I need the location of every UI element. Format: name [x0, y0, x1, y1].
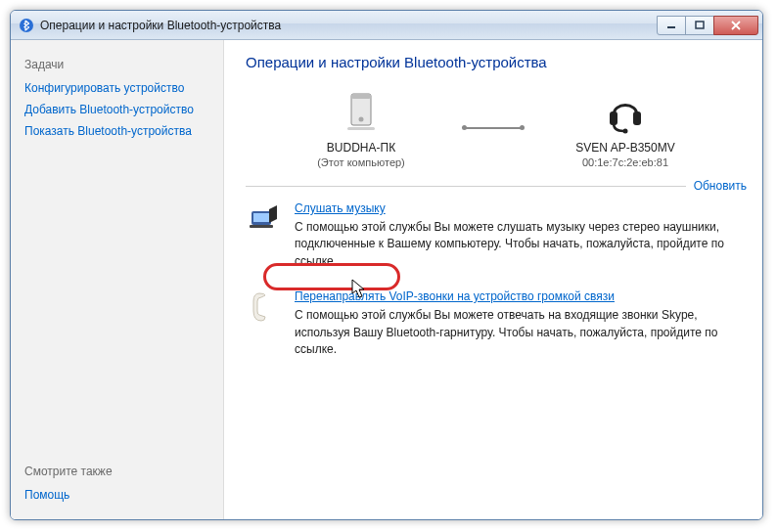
svg-rect-8 — [633, 111, 641, 125]
svg-rect-1 — [667, 26, 675, 28]
service-music-link[interactable]: Слушать музыку — [295, 201, 386, 215]
window-title: Операции и настройки Bluetooth-устройств… — [40, 19, 658, 32]
sidebar-see-also-header: Смотрите также — [24, 465, 209, 478]
local-device-name: BUDDHA-ПК — [288, 141, 434, 155]
sidebar-link-help[interactable]: Помощь — [24, 484, 209, 506]
svg-rect-11 — [253, 213, 269, 222]
device-pair-row: BUDDHA-ПК (Этот компьютер) SVE — [246, 88, 741, 168]
sidebar: Задачи Конфигурировать устройство Добави… — [11, 40, 224, 519]
svg-rect-7 — [610, 111, 617, 125]
connection-line-icon — [464, 127, 523, 129]
svg-rect-12 — [250, 225, 273, 228]
headset-icon — [602, 88, 649, 135]
svg-point-9 — [623, 129, 628, 134]
sidebar-link-add[interactable]: Добавить Bluetooth-устройство — [24, 99, 209, 120]
page-title: Операции и настройки Bluetooth-устройств… — [246, 54, 741, 70]
window-frame: Операции и настройки Bluetooth-устройств… — [10, 10, 763, 520]
close-button[interactable] — [713, 16, 758, 35]
maximize-button[interactable] — [685, 16, 714, 35]
window-body: Задачи Конфигурировать устройство Добави… — [11, 40, 762, 519]
remote-device-mac: 00:1e:7c:2e:eb:81 — [552, 156, 699, 168]
window-buttons — [658, 16, 758, 35]
svg-rect-4 — [351, 94, 371, 99]
computer-icon — [338, 88, 385, 135]
sidebar-tasks-header: Задачи — [24, 58, 209, 71]
service-music-desc: С помощью этой службы Вы можете слушать … — [295, 219, 741, 270]
local-device: BUDDHA-ПК (Этот компьютер) — [288, 88, 434, 168]
bluetooth-icon — [19, 18, 34, 33]
refresh-link[interactable]: Обновить — [686, 179, 747, 193]
remote-device: SVEN AP-B350MV 00:1e:7c:2e:eb:81 — [552, 88, 699, 168]
voip-service-icon — [246, 289, 281, 325]
minimize-button[interactable] — [657, 16, 686, 35]
svg-rect-6 — [347, 127, 375, 130]
service-voip: Перенаправлять VoIP-звонки на устройство… — [246, 289, 741, 358]
sidebar-link-show[interactable]: Показать Bluetooth-устройства — [24, 120, 209, 142]
refresh-row: Обновить — [246, 186, 747, 201]
service-music: Слушать музыку С помощью этой службы Вы … — [246, 201, 741, 270]
service-voip-link[interactable]: Перенаправлять VoIP-звонки на устройство… — [295, 289, 615, 303]
local-device-sub: (Этот компьютер) — [288, 156, 434, 168]
main-panel: Операции и настройки Bluetooth-устройств… — [224, 40, 762, 519]
service-voip-desc: С помощью этой службы Вы можете отвечать… — [295, 307, 741, 358]
remote-device-name: SVEN AP-B350MV — [552, 141, 699, 155]
music-service-icon — [246, 201, 281, 237]
sidebar-link-configure[interactable]: Конфигурировать устройство — [24, 77, 209, 99]
svg-point-5 — [359, 117, 364, 122]
titlebar[interactable]: Операции и настройки Bluetooth-устройств… — [11, 11, 762, 40]
svg-rect-2 — [696, 22, 704, 28]
